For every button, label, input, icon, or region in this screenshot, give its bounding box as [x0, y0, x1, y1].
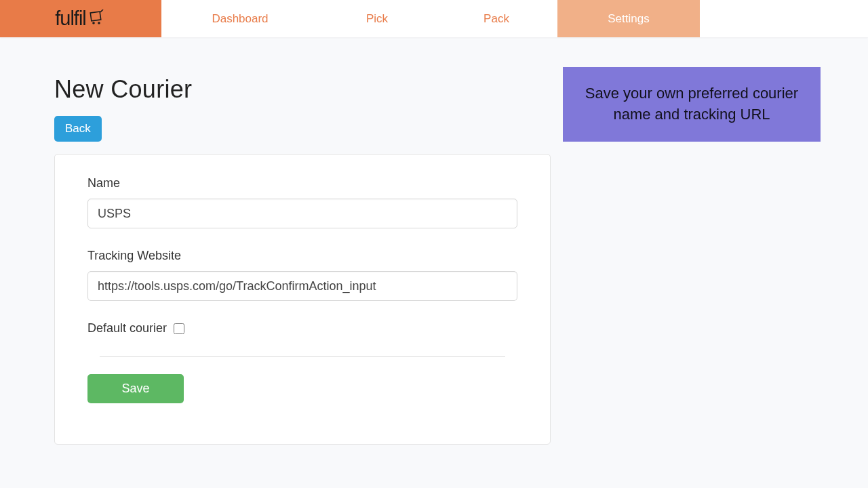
default-courier-checkbox[interactable]: [174, 323, 184, 334]
name-label: Name: [87, 176, 517, 190]
logo[interactable]: fulfil: [55, 7, 106, 30]
svg-point-1: [92, 22, 95, 24]
default-courier-row: Default courier: [87, 321, 517, 336]
svg-point-2: [98, 22, 100, 24]
top-nav: fulfil Dashboard Pick Pack Settings: [0, 0, 868, 37]
divider: [100, 356, 505, 357]
nav-dashboard[interactable]: Dashboard: [161, 0, 319, 37]
svg-rect-0: [90, 12, 101, 21]
save-button[interactable]: Save: [87, 374, 184, 403]
nav-pack[interactable]: Pack: [435, 0, 557, 37]
info-box: Save your own preferred courier name and…: [563, 67, 821, 142]
form-card: Name Tracking Website Default courier Sa…: [54, 154, 551, 445]
cart-icon: [89, 8, 106, 30]
side-column: Save your own preferred courier name and…: [563, 75, 821, 445]
logo-text: fulfil: [55, 7, 86, 30]
name-input[interactable]: [87, 199, 517, 228]
nav-pick[interactable]: Pick: [319, 0, 435, 37]
main-column: New Courier Back Name Tracking Website D…: [54, 75, 551, 445]
tracking-input[interactable]: [87, 271, 517, 301]
content: New Courier Back Name Tracking Website D…: [0, 37, 868, 445]
svg-line-3: [100, 9, 103, 12]
default-courier-label: Default courier: [87, 321, 167, 336]
nav-settings[interactable]: Settings: [557, 0, 700, 37]
page-title: New Courier: [54, 75, 551, 104]
back-button[interactable]: Back: [54, 116, 102, 142]
tracking-label: Tracking Website: [87, 249, 517, 263]
logo-cell: fulfil: [0, 0, 161, 37]
